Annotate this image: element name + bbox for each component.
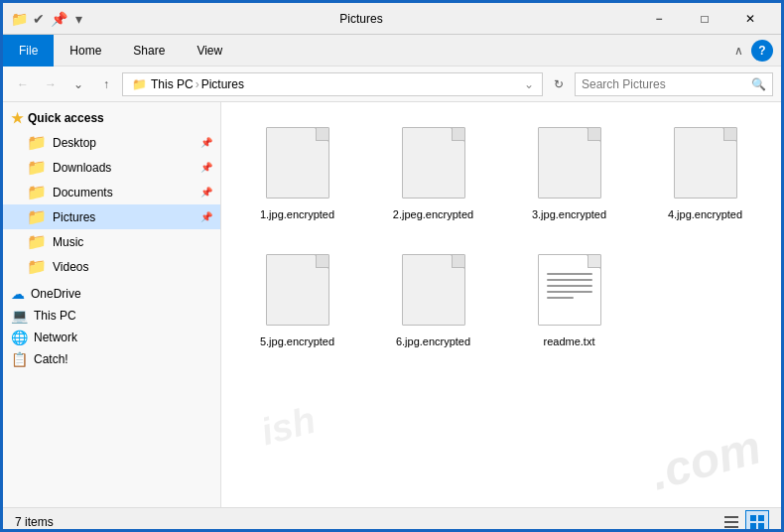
pin-documents-icon: 📌: [200, 187, 212, 198]
search-box[interactable]: 🔍: [575, 72, 773, 96]
encrypted-file-icon-3: [538, 127, 601, 199]
status-bar: 7 items: [3, 507, 781, 532]
star-icon: ★: [11, 110, 24, 126]
sidebar-item-videos[interactable]: 📁 Videos: [3, 254, 220, 279]
file-item-5[interactable]: 5.jpg.encrypted: [233, 241, 361, 356]
svg-rect-2: [724, 526, 738, 528]
sidebar-label-network: Network: [34, 331, 77, 344]
sidebar-item-desktop[interactable]: 📁 Desktop 📌: [3, 130, 220, 155]
sidebar-label-desktop: Desktop: [53, 136, 96, 150]
sidebar-item-pictures[interactable]: 📁 Pictures 📌: [3, 204, 220, 229]
file-grid: 1.jpg.encrypted 2.jpeg.encrypted 3: [233, 114, 769, 356]
file-icon-wrapper-2: [394, 123, 473, 202]
file-icon-wrapper-1: [258, 123, 337, 202]
txt-file-icon: [538, 254, 601, 326]
ribbon: File Home Share View ∧ ?: [3, 35, 781, 66]
dropdown-arrow-icon[interactable]: ▾: [70, 11, 86, 27]
fold-3: [588, 128, 600, 141]
recent-locations-button[interactable]: ⌄: [66, 72, 90, 96]
status-bar-right: [719, 510, 769, 533]
network-icon: 🌐: [11, 330, 28, 345]
sidebar-item-thispc[interactable]: 💻 This PC: [3, 305, 220, 327]
tab-home[interactable]: Home: [54, 35, 117, 66]
tab-view[interactable]: View: [181, 35, 238, 66]
file-icon-wrapper-7: [530, 250, 609, 330]
tab-file[interactable]: File: [3, 35, 54, 66]
file-name-4: 4.jpg.encrypted: [668, 208, 742, 220]
pin-icon[interactable]: 📌: [51, 11, 66, 27]
fold-6: [452, 255, 464, 268]
svg-rect-3: [750, 515, 756, 521]
window-icon: 📁: [11, 11, 27, 27]
txt-line-2: [547, 279, 592, 281]
address-dropdown-icon[interactable]: ⌄: [524, 77, 534, 91]
title-bar: 📁 ✔ 📌 ▾ Pictures − □ ✕: [3, 3, 781, 35]
sidebar-item-documents[interactable]: 📁 Documents 📌: [3, 180, 220, 204]
up-button[interactable]: ↑: [94, 72, 118, 96]
quick-access-header[interactable]: ★ Quick access: [3, 106, 220, 130]
sidebar-item-onedrive[interactable]: ☁ OneDrive: [3, 283, 220, 305]
path-part-thispc[interactable]: This PC: [151, 77, 194, 91]
pin-downloads-icon: 📌: [200, 162, 212, 173]
item-count: 7 items: [15, 515, 54, 529]
list-view-icon: [723, 514, 739, 530]
encrypted-file-icon-4: [674, 127, 737, 199]
file-item-7[interactable]: readme.txt: [505, 241, 633, 356]
minimize-button[interactable]: −: [636, 3, 682, 35]
folder-icon-documents: 📁: [27, 183, 47, 201]
ribbon-right: ∧ ?: [730, 40, 781, 62]
title-bar-controls: − □ ✕: [636, 3, 773, 35]
sidebar-label-thispc: This PC: [34, 309, 76, 323]
file-item-3[interactable]: 3.jpg.encrypted: [505, 114, 633, 229]
file-item-2[interactable]: 2.jpeg.encrypted: [369, 114, 497, 229]
sidebar-label-music: Music: [53, 235, 83, 249]
file-item-6[interactable]: 6.jpg.encrypted: [369, 241, 497, 356]
list-view-button[interactable]: [719, 510, 743, 533]
folder-icon-pictures: 📁: [27, 207, 47, 226]
forward-button[interactable]: →: [39, 72, 63, 96]
sidebar-item-downloads[interactable]: 📁 Downloads 📌: [3, 155, 220, 180]
search-input[interactable]: [582, 77, 747, 91]
file-item-1[interactable]: 1.jpg.encrypted: [233, 114, 361, 229]
close-button[interactable]: ✕: [727, 3, 773, 35]
tab-share[interactable]: Share: [117, 35, 181, 66]
folder-icon-desktop: 📁: [27, 133, 47, 152]
fold-2: [452, 128, 464, 141]
search-icon[interactable]: 🔍: [751, 77, 766, 91]
file-name-1: 1.jpg.encrypted: [260, 208, 334, 220]
watermark-left: ish: [256, 399, 320, 455]
svg-rect-4: [758, 515, 764, 521]
path-part-pictures[interactable]: Pictures: [201, 77, 244, 91]
quick-access-icon[interactable]: ✔: [31, 11, 47, 27]
file-item-4[interactable]: 4.jpg.encrypted: [641, 114, 769, 229]
grid-view-button[interactable]: [745, 510, 769, 533]
address-bar: ← → ⌄ ↑ 📁 This PC › Pictures ⌄ ↻ 🔍: [3, 66, 781, 102]
txt-line-4: [547, 291, 592, 293]
file-icon-wrapper-3: [530, 123, 609, 202]
folder-icon-music: 📁: [27, 232, 47, 251]
sidebar-item-music[interactable]: 📁 Music: [3, 229, 220, 254]
file-name-5: 5.jpg.encrypted: [260, 335, 334, 347]
sidebar-label-videos: Videos: [53, 260, 88, 274]
file-name-6: 6.jpg.encrypted: [396, 335, 470, 347]
sidebar-label-documents: Documents: [53, 186, 113, 200]
encrypted-file-icon-6: [402, 254, 465, 326]
encrypted-file-icon-1: [266, 127, 329, 199]
thispc-icon: 💻: [11, 308, 28, 324]
sidebar-item-catch[interactable]: 📋 Catch!: [3, 348, 220, 370]
svg-rect-1: [724, 521, 738, 523]
refresh-button[interactable]: ↻: [547, 72, 571, 96]
txt-fold: [588, 255, 600, 268]
txt-line-3: [547, 285, 592, 287]
maximize-button[interactable]: □: [682, 3, 727, 35]
quick-access-label: Quick access: [28, 111, 104, 125]
sidebar-item-network[interactable]: 🌐 Network: [3, 327, 220, 348]
pin-desktop-icon: 📌: [200, 137, 212, 148]
svg-rect-0: [724, 516, 738, 518]
encrypted-file-icon-5: [266, 254, 329, 326]
back-button[interactable]: ←: [11, 72, 35, 96]
help-button[interactable]: ?: [751, 40, 773, 62]
address-path[interactable]: 📁 This PC › Pictures ⌄: [122, 72, 543, 96]
file-name-2: 2.jpeg.encrypted: [393, 208, 473, 220]
ribbon-expand-button[interactable]: ∧: [730, 42, 747, 60]
